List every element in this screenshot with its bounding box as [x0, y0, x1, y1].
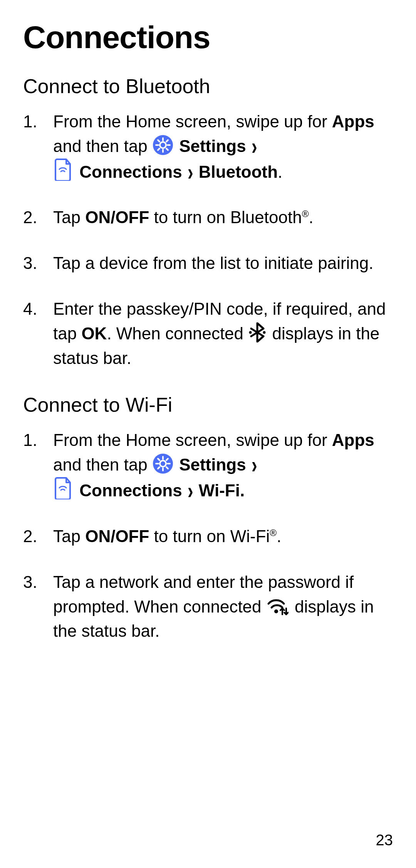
section-heading-bluetooth: Connect to Bluetooth	[23, 75, 393, 98]
settings-label: Settings	[179, 455, 246, 474]
step-text: Tap	[53, 527, 85, 546]
connections-icon	[54, 477, 73, 499]
step-text: .	[309, 208, 313, 227]
path-final: Bluetooth	[199, 162, 278, 181]
list-item: From the Home screen, swipe up for Apps …	[23, 109, 393, 184]
step-text: .	[278, 162, 282, 181]
page: Connections Connect to Bluetooth From th…	[0, 0, 416, 868]
chevron-icon: ›	[188, 155, 193, 189]
svg-point-6	[274, 609, 278, 613]
svg-point-3	[263, 331, 266, 334]
chevron-icon: ›	[252, 129, 257, 163]
step-text: From the Home screen, swipe up for	[53, 431, 332, 449]
list-item: From the Home screen, swipe up for Apps …	[23, 428, 393, 502]
wifi-connected-icon	[267, 598, 289, 615]
settings-icon	[153, 454, 173, 474]
settings-label: Settings	[179, 137, 246, 155]
chevron-icon: ›	[188, 473, 193, 507]
step-text: . When connected	[107, 324, 248, 343]
step-text: and then tap	[53, 137, 152, 155]
apps-label: Apps	[332, 112, 374, 131]
section-heading-wifi: Connect to Wi-Fi	[23, 393, 393, 416]
step-text: Tap a device from the list to initiate p…	[53, 254, 374, 272]
ok-label: OK	[81, 324, 107, 343]
step-text: .	[277, 527, 281, 546]
apps-label: Apps	[332, 431, 374, 449]
registered-mark: ®	[270, 527, 277, 538]
path-final: Wi-Fi.	[199, 481, 245, 500]
page-number: 23	[376, 831, 393, 849]
registered-mark: ®	[302, 209, 309, 219]
wifi-steps: From the Home screen, swipe up for Apps …	[23, 428, 393, 643]
bluetooth-steps: From the Home screen, swipe up for Apps …	[23, 109, 393, 370]
connections-icon	[54, 159, 73, 181]
step-text: Tap	[53, 208, 85, 227]
list-item: Tap ON/OFF to turn on Bluetooth®.	[23, 205, 393, 230]
step-text: to turn on Bluetooth	[149, 208, 302, 227]
list-item: Tap ON/OFF to turn on Wi-Fi®.	[23, 524, 393, 549]
onoff-label: ON/OFF	[85, 208, 149, 227]
chevron-icon: ›	[252, 448, 257, 482]
list-item: Tap a device from the list to initiate p…	[23, 251, 393, 275]
connections-label: Connections	[79, 481, 182, 500]
connections-label: Connections	[79, 162, 182, 181]
bluetooth-connected-icon	[249, 322, 266, 342]
step-text: and then tap	[53, 455, 152, 474]
onoff-label: ON/OFF	[85, 527, 149, 546]
svg-point-2	[249, 331, 252, 334]
list-item: Tap a network and enter the password if …	[23, 570, 393, 643]
step-text: to turn on Wi-Fi	[149, 527, 270, 546]
page-title: Connections	[23, 19, 393, 55]
list-item: Enter the passkey/PIN code, if required,…	[23, 297, 393, 370]
step-text: From the Home screen, swipe up for	[53, 112, 332, 131]
settings-icon	[153, 135, 173, 155]
